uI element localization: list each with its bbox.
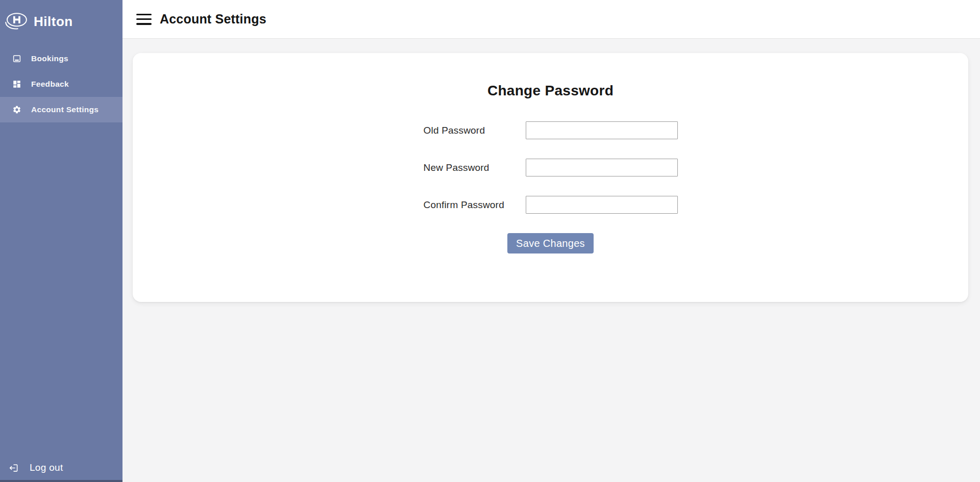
dashboard-icon: [12, 80, 21, 89]
sidebar-spacer: [0, 122, 122, 454]
page-title: Account Settings: [160, 12, 266, 27]
old-password-input[interactable]: [526, 121, 678, 139]
confirm-password-input[interactable]: [526, 196, 678, 214]
card-title: Change Password: [133, 83, 968, 99]
sidebar-item-label: Feedback: [31, 80, 69, 89]
main-area: Account Settings Change Password Old Pas…: [122, 0, 980, 482]
brand-name: Hilton: [34, 14, 73, 30]
brand: Hilton: [0, 0, 122, 42]
sidebar-item-bookings[interactable]: Bookings: [0, 46, 122, 71]
header: Account Settings: [122, 0, 980, 39]
logout-icon: [9, 463, 18, 473]
old-password-label: Old Password: [424, 125, 526, 136]
change-password-card: Change Password Old Password New Passwor…: [133, 53, 968, 302]
gear-icon: [12, 105, 21, 114]
confirm-password-label: Confirm Password: [424, 199, 526, 211]
sidebar-nav: Bookings Feedback Account Settings: [0, 46, 122, 122]
sidebar-item-label: Account Settings: [31, 105, 99, 114]
new-password-label: New Password: [424, 162, 526, 173]
form-row-confirm-password: Confirm Password: [424, 196, 678, 214]
content-area: Change Password Old Password New Passwor…: [122, 39, 980, 482]
new-password-input[interactable]: [526, 159, 678, 176]
book-icon: [12, 54, 21, 63]
logout-label: Log out: [30, 462, 63, 473]
sidebar-item-account-settings[interactable]: Account Settings: [0, 97, 122, 122]
form-row-old-password: Old Password: [424, 121, 678, 139]
hamburger-menu-icon[interactable]: [136, 14, 152, 25]
hilton-logo-icon: [4, 11, 29, 32]
save-changes-button[interactable]: Save Changes: [507, 233, 594, 253]
change-password-form: Old Password New Password Confirm Passwo…: [424, 121, 678, 253]
sidebar-item-feedback[interactable]: Feedback: [0, 71, 122, 97]
sidebar: Hilton Bookings Feedback: [0, 0, 122, 482]
button-row: Save Changes: [424, 233, 678, 253]
form-row-new-password: New Password: [424, 159, 678, 176]
sidebar-item-label: Bookings: [31, 54, 68, 63]
logout-button[interactable]: Log out: [0, 454, 122, 481]
